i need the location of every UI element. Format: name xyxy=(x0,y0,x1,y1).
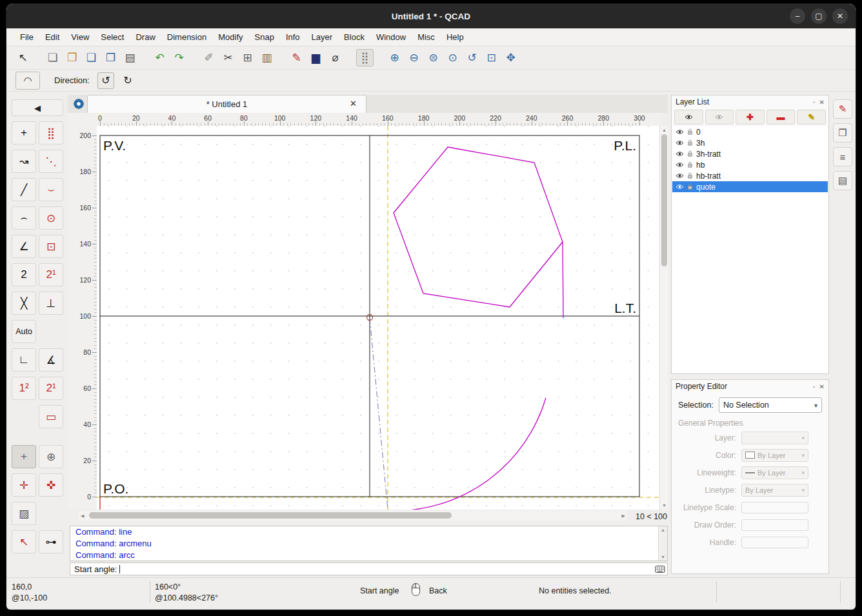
save-as-button[interactable]: ❒ xyxy=(102,49,119,66)
polar-coordinate-tool-button[interactable]: ∡ xyxy=(39,348,63,372)
layer-row-hb-tratt[interactable]: hb-tratt xyxy=(672,170,828,181)
rect-point-tool-button[interactable]: ⊡ xyxy=(39,235,63,258)
minimize-button[interactable]: – xyxy=(790,8,805,24)
view-list-panel-button[interactable]: ≡ xyxy=(833,147,852,166)
order-1-2-tool-button[interactable]: 1² xyxy=(12,377,36,400)
circle-tools-button[interactable]: ⊙ xyxy=(39,206,63,230)
undo-button[interactable]: ↶ xyxy=(151,49,168,66)
line-tools-button[interactable]: ╱ xyxy=(12,178,36,201)
cut-button[interactable]: ✂ xyxy=(219,49,237,66)
back-button[interactable]: ◀ xyxy=(12,99,63,116)
menu-draw[interactable]: Draw xyxy=(130,30,161,45)
selection-combo[interactable]: No Selection ▾ xyxy=(719,397,822,413)
menu-file[interactable]: File xyxy=(14,30,39,45)
text-po[interactable]: P.O. xyxy=(103,481,128,496)
two-point-tool-button[interactable]: 2 xyxy=(12,263,36,286)
construction-line-angled[interactable] xyxy=(370,318,388,510)
panel-float-icon[interactable]: ▫ xyxy=(813,99,816,106)
point-tool-button[interactable]: + xyxy=(12,121,36,144)
remove-layer-button[interactable]: ▬ xyxy=(767,110,796,124)
zoom-out-button[interactable]: ⊖ xyxy=(405,49,423,66)
command-history-scrollbar[interactable]: ▲ ▼ xyxy=(658,526,667,561)
viewport-tool-button[interactable]: ▭ xyxy=(39,405,63,428)
document-tab[interactable]: * Untitled 1 ✕ xyxy=(87,95,366,113)
maximize-button[interactable]: ▢ xyxy=(811,8,827,24)
zoom-in-button[interactable]: ⊕ xyxy=(386,49,403,66)
hexagon-entity[interactable] xyxy=(394,147,563,307)
cad-toolbar-panel-button[interactable]: ✎ xyxy=(833,99,852,119)
layer-row-3h-tratt[interactable]: 3h-tratt xyxy=(672,148,828,159)
grid-toggle-button[interactable]: ⣿ xyxy=(356,49,374,66)
layer-lock-icon[interactable] xyxy=(687,161,693,168)
menu-help[interactable]: Help xyxy=(441,30,470,45)
pan-button[interactable]: ✥ xyxy=(502,49,519,66)
edit-layer-button[interactable]: ✎ xyxy=(797,110,826,124)
snap-free-button[interactable]: + xyxy=(12,445,36,468)
snap-cursor-button[interactable]: ↖ xyxy=(12,530,36,553)
menu-dimension[interactable]: Dimension xyxy=(161,30,212,45)
line-angle-tool-button[interactable]: ∠ xyxy=(12,235,36,258)
layer-lock-icon[interactable] xyxy=(687,183,693,190)
panel-close-icon[interactable]: ✕ xyxy=(819,383,825,390)
text-pl[interactable]: P.L. xyxy=(614,138,636,153)
scroll-up-icon[interactable]: ▲ xyxy=(662,128,667,132)
layer-visibility-icon[interactable] xyxy=(676,129,684,135)
menu-modify[interactable]: Modify xyxy=(212,30,248,45)
draw-order-button[interactable]: ✎ xyxy=(288,49,305,66)
clockwise-button[interactable]: ↻ xyxy=(119,72,136,89)
remove-style-button[interactable]: ⌀ xyxy=(326,49,344,66)
zoom-selection-button[interactable]: ⊙ xyxy=(444,49,461,66)
layer-visibility-icon[interactable] xyxy=(676,140,684,146)
command-input[interactable]: Start angle: xyxy=(70,562,668,575)
menu-window[interactable]: Window xyxy=(370,30,412,45)
scroll-left-icon[interactable]: ◀ xyxy=(81,513,84,519)
menu-misc[interactable]: Misc xyxy=(412,30,441,45)
zoom-window-button[interactable]: ⊡ xyxy=(483,49,500,66)
tab-list-button[interactable] xyxy=(71,97,86,111)
scroll-down-icon[interactable]: ▼ xyxy=(662,503,667,508)
close-button[interactable]: ✕ xyxy=(832,8,848,24)
save-file-button[interactable]: ❑ xyxy=(83,49,100,66)
block-list-panel-button[interactable]: ❒ xyxy=(833,123,852,143)
panel-float-icon[interactable]: ▫ xyxy=(813,383,816,390)
menu-info[interactable]: Info xyxy=(280,30,306,45)
layer-row-quote[interactable]: quote xyxy=(672,181,828,192)
cartesian-coordinate-tool-button[interactable]: ∟ xyxy=(12,348,36,372)
lock-coordinate-tool-button[interactable]: ⊶ xyxy=(39,530,63,553)
selection-arrow-button[interactable]: ↖ xyxy=(14,49,32,66)
arc-entity[interactable] xyxy=(392,398,546,510)
snap-intersection-button[interactable]: ✛ xyxy=(12,473,36,497)
print-button[interactable]: ▤ xyxy=(121,49,139,66)
layer-visibility-icon[interactable] xyxy=(676,184,684,190)
paste-button[interactable]: ▥ xyxy=(258,49,276,66)
show-all-layers-button[interactable] xyxy=(674,110,703,124)
sequence-2-1-tool-button[interactable]: 2¹ xyxy=(39,263,63,286)
menu-snap[interactable]: Snap xyxy=(249,30,280,45)
text-lt[interactable]: L.T. xyxy=(614,301,636,315)
title-bar[interactable]: Untitled 1 * - QCAD –▢✕ xyxy=(6,4,856,28)
layer-lock-icon[interactable] xyxy=(687,128,693,135)
menu-layer[interactable]: Layer xyxy=(306,30,339,45)
previous-view-button[interactable]: ↺ xyxy=(463,49,481,66)
arc-tangent-tool-button[interactable]: ⌢ xyxy=(12,206,36,230)
counter-clockwise-button[interactable]: ↺ xyxy=(97,72,114,89)
hide-all-layers-button[interactable] xyxy=(705,110,734,124)
snap-hatch-button[interactable]: ▨ xyxy=(12,502,36,525)
menu-block[interactable]: Block xyxy=(338,30,370,45)
command-history[interactable]: Command: lineCommand: arcmenuCommand: ar… xyxy=(70,526,668,561)
drawing-canvas[interactable]: P.V. P.L. L.T. P.O. xyxy=(97,126,659,510)
orthogonal-tool-button[interactable]: ⊥ xyxy=(39,292,63,315)
vertical-scrollbar[interactable]: ▲ ▼ xyxy=(659,126,668,510)
layer-lock-icon[interactable] xyxy=(687,172,693,179)
snap-center-button[interactable]: ⊕ xyxy=(39,445,63,468)
scroll-right-icon[interactable]: ▶ xyxy=(622,513,625,519)
points-grid-tool-button[interactable]: ⣿ xyxy=(39,121,63,144)
vertical-scroll-thumb[interactable] xyxy=(661,134,667,266)
layer-row-hb[interactable]: hb xyxy=(672,159,828,170)
polyline-tool-button[interactable]: ↝ xyxy=(12,150,36,173)
add-layer-button[interactable]: ✚ xyxy=(736,110,765,124)
menu-select[interactable]: Select xyxy=(95,30,130,45)
tab-close-icon[interactable]: ✕ xyxy=(350,99,357,108)
redo-button[interactable]: ↷ xyxy=(170,49,188,66)
layer-lock-icon[interactable] xyxy=(687,139,693,146)
